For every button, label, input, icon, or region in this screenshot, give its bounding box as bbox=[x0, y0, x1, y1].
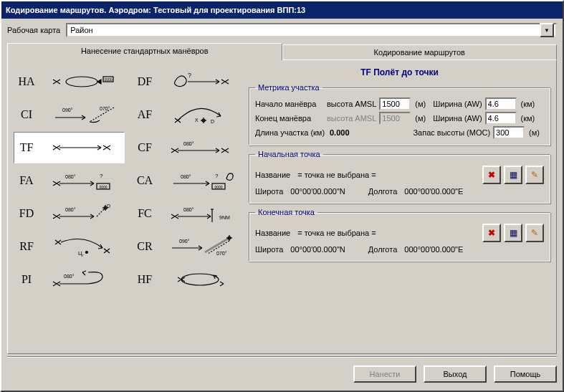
maneuver-ca-icon: 080° ? 0000 bbox=[160, 168, 239, 193]
maneuver-df-icon: ? bbox=[160, 69, 239, 95]
calendar-icon[interactable]: ▦ bbox=[504, 166, 522, 184]
maneuver-fa-icon: 080° ? 0000 bbox=[42, 168, 121, 193]
svg-text:9NM: 9NM bbox=[219, 215, 230, 220]
svg-text:080°: 080° bbox=[181, 174, 191, 179]
start-amsl-input[interactable] bbox=[379, 97, 411, 110]
dropdown-icon[interactable]: ▼ bbox=[540, 23, 554, 37]
svg-text:090°: 090° bbox=[179, 239, 190, 244]
window-title: Кодирование маршрутов. Аэродром: Тестовы… bbox=[6, 6, 305, 14]
length-value: 0.000 bbox=[330, 128, 373, 137]
maneuver-cr-icon: 090° 070° bbox=[160, 234, 239, 259]
maneuver-ci[interactable]: CI 090° 070° bbox=[14, 99, 125, 130]
maneuver-hf[interactable]: HF bbox=[132, 264, 243, 295]
maneuver-fc[interactable]: FC 080° 9NM bbox=[132, 198, 243, 229]
svg-text:D: D bbox=[211, 119, 214, 124]
maneuver-pi-icon: 080° bbox=[42, 267, 121, 292]
svg-point-0 bbox=[66, 77, 97, 87]
maneuver-ha[interactable]: HA 0000 bbox=[14, 66, 125, 97]
maneuver-fd[interactable]: FD 080° D bbox=[14, 198, 125, 229]
svg-text:090°: 090° bbox=[62, 107, 73, 113]
maneuver-tf[interactable]: TF bbox=[14, 132, 125, 163]
start-lon: 000°00'00.000"E bbox=[404, 187, 463, 196]
maneuver-af[interactable]: AF X D bbox=[132, 99, 243, 130]
maneuver-fd-icon: 080° D bbox=[42, 201, 121, 226]
svg-text:080°: 080° bbox=[183, 141, 194, 146]
start-label: Начало манёвра bbox=[255, 100, 324, 108]
svg-text:080°: 080° bbox=[65, 174, 76, 179]
svg-text:080°: 080° bbox=[64, 274, 75, 279]
maneuvers-grid: HA 0000 DF bbox=[14, 66, 243, 348]
maneuver-cf-icon: 080° bbox=[160, 135, 239, 161]
calendar-icon[interactable]: ▦ bbox=[504, 224, 522, 242]
maneuver-fc-icon: 080° 9NM bbox=[160, 201, 239, 226]
maneuver-hf-icon bbox=[160, 267, 239, 292]
svg-text:070°: 070° bbox=[100, 106, 110, 111]
svg-point-48 bbox=[181, 274, 219, 285]
end-width-input[interactable] bbox=[485, 112, 517, 125]
svg-text:080°: 080° bbox=[183, 207, 194, 212]
svg-point-39 bbox=[85, 252, 87, 254]
exit-button[interactable]: Выход bbox=[424, 365, 487, 383]
svg-text:0000: 0000 bbox=[104, 77, 112, 82]
maneuver-cr[interactable]: CR 090° 070° bbox=[132, 231, 243, 262]
title-bar: Кодирование маршрутов. Аэродром: Тестовы… bbox=[1, 1, 563, 19]
svg-text:Ц.: Ц. bbox=[78, 250, 84, 257]
tab-maneuvers[interactable]: Нанесение стандартных манёвров bbox=[7, 43, 282, 60]
length-label: Длина участка (км) bbox=[255, 128, 327, 137]
delete-icon[interactable]: ✖ bbox=[482, 166, 501, 184]
workcard-label: Рабочая карта bbox=[7, 26, 60, 34]
details-title: TF Полёт до точки bbox=[249, 67, 550, 77]
apply-button: Нанести bbox=[353, 365, 416, 383]
start-width-input[interactable] bbox=[485, 97, 517, 110]
start-point-name: = точка не выбрана = bbox=[297, 171, 376, 179]
maneuver-tf-icon bbox=[42, 135, 121, 161]
tab-routes[interactable]: Кодирование маршрутов bbox=[282, 44, 558, 60]
start-point-group: Начальная точка Название = точка не выбр… bbox=[249, 150, 550, 204]
maneuver-fa[interactable]: FA 080° ? 0000 bbox=[14, 165, 125, 196]
maneuver-af-icon: X D bbox=[160, 102, 239, 128]
svg-text:?: ? bbox=[215, 173, 219, 179]
delete-icon[interactable]: ✖ bbox=[482, 224, 501, 242]
maneuver-rf-icon: Ц. bbox=[42, 234, 121, 259]
end-point-group: Конечная точка Название = точка не выбра… bbox=[249, 208, 550, 262]
svg-text:070°: 070° bbox=[216, 251, 227, 256]
svg-text:X: X bbox=[195, 118, 199, 123]
workcard-combobox[interactable]: Район ▼ bbox=[66, 23, 557, 37]
maneuver-pi[interactable]: PI 080° bbox=[14, 264, 125, 295]
svg-text:0000: 0000 bbox=[214, 185, 222, 189]
maneuver-df[interactable]: DF ? bbox=[132, 66, 243, 97]
metric-group: Метрика участка Начало манёвра высота AM… bbox=[249, 83, 550, 145]
svg-text:?: ? bbox=[188, 72, 191, 79]
end-lon: 000°00'00.000"E bbox=[404, 245, 463, 254]
maneuver-cf[interactable]: CF 080° bbox=[132, 132, 243, 163]
start-lat: 00°00'00.000"N bbox=[290, 187, 345, 196]
maneuver-rf[interactable]: RF Ц. bbox=[14, 231, 125, 262]
maneuver-ha-icon: 0000 bbox=[42, 69, 121, 95]
end-point-name: = точка не выбрана = bbox=[297, 229, 376, 237]
svg-text:?: ? bbox=[100, 173, 103, 179]
candle-icon[interactable]: ✎ bbox=[525, 166, 544, 184]
maneuver-ca[interactable]: CA 080° ? 0000 bbox=[132, 165, 243, 196]
help-button[interactable]: Помощь bbox=[494, 365, 557, 383]
end-label: Конец манёвра bbox=[255, 114, 324, 123]
maneuver-ci-icon: 090° 070° bbox=[42, 102, 121, 128]
candle-icon[interactable]: ✎ bbox=[525, 224, 544, 242]
end-lat: 00°00'00.000"N bbox=[290, 245, 345, 254]
moc-input[interactable] bbox=[493, 126, 525, 139]
svg-text:080°: 080° bbox=[65, 207, 76, 212]
end-amsl-input bbox=[379, 112, 411, 125]
svg-text:0000: 0000 bbox=[99, 185, 107, 189]
workcard-value: Район bbox=[70, 26, 92, 34]
